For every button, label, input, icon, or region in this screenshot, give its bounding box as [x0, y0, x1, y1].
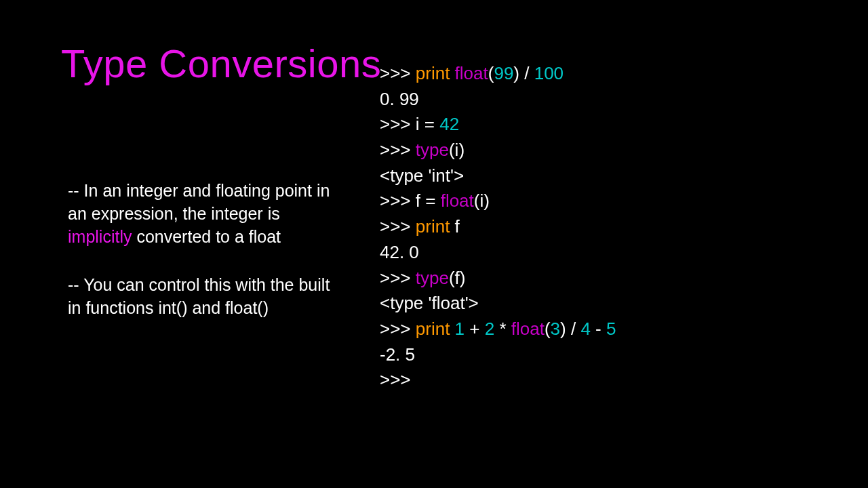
func-float: float: [441, 190, 474, 211]
func-float: float: [455, 63, 488, 83]
slide-title: Type Conversions: [61, 41, 381, 86]
num-1: 1: [455, 319, 465, 339]
var-f: f: [455, 216, 460, 237]
lparen: (: [449, 140, 455, 160]
code-line-2: >>> i = 42: [380, 112, 854, 138]
bullet-1-emph: implicitly: [68, 227, 132, 246]
func-type: type: [416, 140, 449, 160]
bullet-1: -- In an integer and floating point in a…: [68, 180, 339, 248]
bullet-1-pre: -- In an integer and floating point in a…: [68, 181, 330, 223]
bullet-1-post: converted to a float: [132, 227, 281, 246]
var-f: f: [416, 190, 420, 211]
code-block: >>> print float(99) / 100 0. 99 >>> i = …: [380, 61, 854, 393]
prompt: >>>: [380, 114, 416, 134]
code-line-5: >>> print f: [380, 214, 854, 240]
prompt-bare: >>>: [380, 369, 411, 390]
op-plus: +: [465, 319, 485, 339]
prompt: >>>: [380, 190, 416, 211]
code-output-2: <type 'int'>: [380, 163, 854, 189]
code-line-1: >>> print float(99) / 100: [380, 61, 854, 87]
prompt: >>>: [380, 319, 416, 339]
rparen: ): [560, 319, 566, 339]
num-5: 5: [606, 319, 616, 339]
keyword-print: print: [416, 319, 450, 339]
num-99: 99: [494, 63, 513, 83]
op-div: /: [566, 319, 581, 339]
code-output-5: -2. 5: [380, 342, 854, 368]
prompt: >>>: [380, 268, 416, 288]
code-output-3: 42. 0: [380, 240, 854, 266]
prompt: >>>: [380, 216, 416, 237]
func-type: type: [416, 268, 449, 288]
code-line-4: >>> f = float(i): [380, 188, 854, 214]
code-line-3: >>> type(i): [380, 138, 854, 163]
lparen: (: [545, 319, 551, 339]
code-line-8: >>>: [380, 367, 854, 393]
num-2: 2: [485, 319, 494, 339]
num-100: 100: [534, 63, 564, 83]
code-line-7: >>> print 1 + 2 * float(3) / 4 - 5: [380, 317, 854, 342]
op-star: *: [494, 319, 511, 339]
num-42: 42: [439, 114, 459, 134]
expr-i-eq-42: i = 42: [416, 114, 459, 134]
keyword-print: print: [416, 216, 450, 237]
code-output-4: <type 'float'>: [380, 291, 854, 317]
num-4: 4: [580, 319, 590, 339]
op-div: /: [519, 63, 534, 83]
space: [450, 63, 454, 83]
op-eq: =: [420, 190, 441, 211]
op-minus: -: [591, 319, 606, 339]
rparen: ): [460, 268, 466, 288]
bullet-2: -- You can control this with the built i…: [68, 274, 339, 320]
func-float: float: [511, 319, 545, 339]
rparen: ): [484, 190, 490, 211]
op-eq: =: [420, 114, 440, 134]
num-3: 3: [551, 319, 560, 339]
code-output-1: 0. 99: [380, 87, 854, 113]
prompt: >>>: [380, 140, 416, 160]
lparen: (: [449, 268, 455, 288]
rparen: ): [513, 63, 519, 83]
rparen: ): [458, 140, 465, 160]
keyword-print: print: [416, 63, 450, 83]
space: [450, 216, 454, 237]
var-f: f: [455, 268, 460, 288]
body-text: -- In an integer and floating point in a…: [68, 180, 339, 346]
code-line-6: >>> type(f): [380, 266, 854, 291]
prompt: >>>: [380, 63, 416, 83]
space: [450, 319, 454, 339]
slide: Type Conversions -- In an integer and fl…: [0, 0, 868, 488]
